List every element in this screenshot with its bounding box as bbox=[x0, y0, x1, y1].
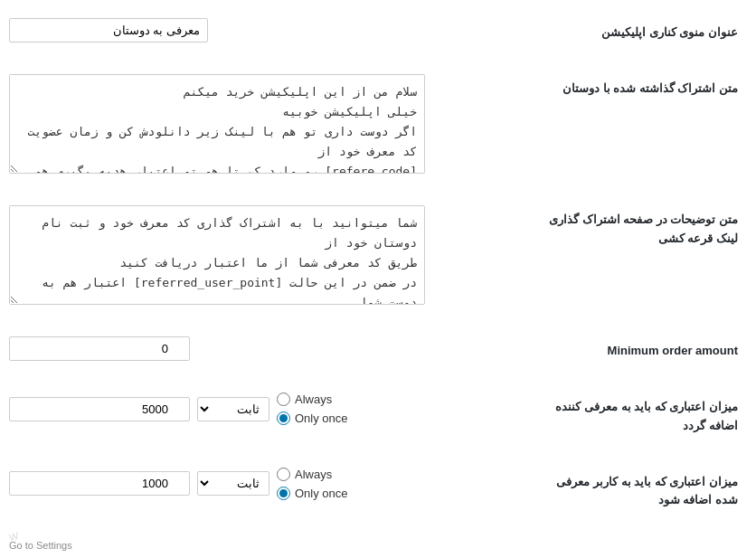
radio-always-referred[interactable] bbox=[277, 468, 290, 481]
row-referrer-credit: میزان اعتباری که باید به معرفی کننده اضا… bbox=[9, 392, 747, 449]
label-subscription-text: متن توضیحات در صفحه اشتراک گذاری لینک قر… bbox=[548, 205, 747, 249]
referred-type-select[interactable]: ثابت درصد bbox=[197, 471, 269, 496]
radio-always-referrer-label[interactable]: Always bbox=[277, 392, 332, 406]
label-share-text: متن اشتراک گذاشته شده با دوستان bbox=[548, 74, 747, 99]
referrer-type-select[interactable]: ثابت درصد bbox=[197, 397, 269, 421]
radio-always-referred-label[interactable]: Always bbox=[277, 468, 332, 481]
subscription-text-textarea[interactable]: شما میتوانید با به اشتراک گذاری کد معرف … bbox=[9, 205, 425, 305]
field-min-order bbox=[9, 336, 548, 361]
radio-group-referrer: Always Only once bbox=[277, 392, 348, 425]
referrer-credit-input[interactable] bbox=[9, 397, 190, 421]
field-app-name bbox=[9, 18, 548, 43]
radio-once-referrer-label[interactable]: Only once bbox=[277, 411, 348, 425]
radio-once-referred-text: Only once bbox=[295, 487, 348, 500]
row-app-name: عنوان منوی کناری اپلیکیشن bbox=[9, 18, 747, 56]
row-min-order: Minimum order amount bbox=[9, 336, 747, 374]
row-share-text: متن اشتراک گذاشته شده با دوستان سلام من … bbox=[9, 74, 747, 187]
radio-always-referred-text: Always bbox=[295, 468, 332, 481]
row-subscription-text: متن توضیحات در صفحه اشتراک گذاری لینک قر… bbox=[9, 205, 747, 318]
page-wrapper: عنوان منوی کناری اپلیکیشن متن اشتراک گذا… bbox=[0, 0, 756, 558]
label-app-name: عنوان منوی کناری اپلیکیشن bbox=[548, 18, 747, 43]
field-share-text: سلام من از این اپلیکیشن خرید میکنم خیلی … bbox=[9, 74, 548, 174]
row-referred-credit: میزان اعتباری که باید به کاربر معرفی شده… bbox=[9, 468, 747, 525]
radio-always-referrer[interactable] bbox=[277, 392, 290, 406]
radio-once-referrer-text: Only once bbox=[295, 411, 348, 425]
radio-once-referrer[interactable] bbox=[277, 411, 290, 425]
credit-row-referrer: Always Only once ثابت درصد bbox=[9, 392, 354, 425]
radio-always-referrer-text: Always bbox=[295, 392, 332, 406]
radio-once-referred[interactable] bbox=[277, 487, 290, 500]
label-min-order: Minimum order amount bbox=[548, 336, 747, 361]
label-referred-credit: میزان اعتباری که باید به کاربر معرفی شده… bbox=[548, 468, 747, 511]
field-referred-credit: Always Only once ثابت درصد bbox=[9, 468, 548, 500]
field-subscription-text: شما میتوانید با به اشتراک گذاری کد معرف … bbox=[9, 205, 548, 305]
app-name-input[interactable] bbox=[9, 18, 208, 43]
label-referrer-credit: میزان اعتباری که باید به معرفی کننده اضا… bbox=[548, 392, 747, 436]
radio-once-referred-label[interactable]: Only once bbox=[277, 487, 348, 500]
go-to-settings: Go to Settings bbox=[9, 540, 72, 551]
credit-row-referred: Always Only once ثابت درصد bbox=[9, 468, 354, 500]
min-order-input[interactable] bbox=[9, 336, 190, 361]
radio-group-referred: Always Only once bbox=[277, 468, 348, 500]
field-referrer-credit: Always Only once ثابت درصد bbox=[9, 392, 548, 425]
referred-credit-input[interactable] bbox=[9, 471, 190, 496]
share-text-textarea[interactable]: سلام من از این اپلیکیشن خرید میکنم خیلی … bbox=[9, 74, 425, 174]
